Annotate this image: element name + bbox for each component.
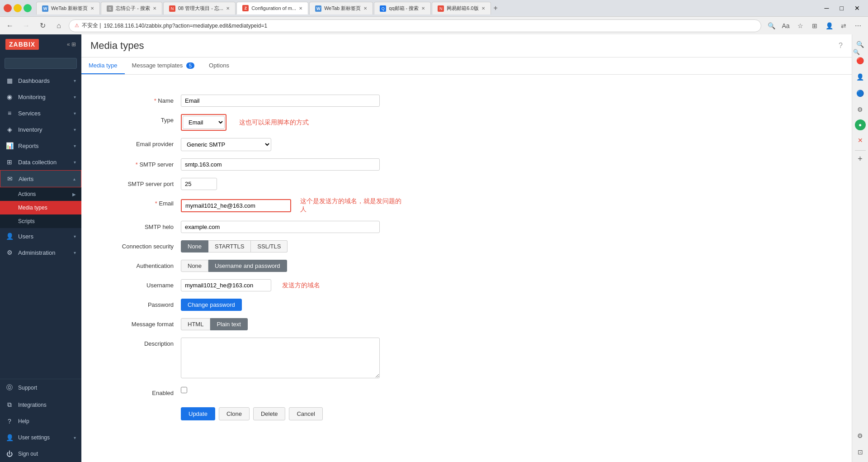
inventory-arrow-icon: ▾ [74,127,76,132]
tab-close-5[interactable]: ✕ [363,6,367,11]
smtp-port-input[interactable] [181,178,217,190]
sidebar-item-dashboards[interactable]: ▦ Dashboards ▾ [0,72,81,89]
tab-close-1[interactable]: ✕ [90,6,94,11]
authentication-none[interactable]: None [181,260,208,272]
delete-button[interactable]: Delete [253,407,286,420]
extensions-icon[interactable]: ⊞ [808,19,821,32]
browser-tab-7[interactable]: N 网易邮箱6.0版 ✕ [432,2,491,14]
connection-security-none[interactable]: None [181,240,208,252]
submenu-item-media-types[interactable]: Media types [0,201,81,214]
tab-message-templates[interactable]: Message templates 5 [125,57,202,74]
name-input[interactable] [181,95,380,107]
smtp-server-input[interactable] [181,158,380,171]
sidebar-item-administration[interactable]: ⚙ Administration ▾ [0,244,81,261]
authentication-control: None Username and password [181,260,407,272]
sidebar-item-alerts[interactable]: ✉ Alerts ▴ [0,170,81,187]
connection-security-starttls[interactable]: STARTTLS [208,240,251,252]
username-wrapper: 发送方的域名 [181,279,407,291]
cancel-button[interactable]: Cancel [289,407,322,420]
browser-tab-1[interactable]: W WeTab 新标签页 ✕ [36,2,100,14]
sidebar-item-help[interactable]: ? Help [0,413,81,429]
window-controls[interactable] [4,4,12,12]
right-panel-add-icon[interactable]: + [858,154,863,164]
sidebar-item-reports[interactable]: 📊 Reports ▾ [0,138,81,154]
tab-close-2[interactable]: ✕ [153,6,156,11]
close-button[interactable]: ✕ [850,5,864,12]
sidebar-collapse-icons[interactable]: « ⊞ [67,41,76,48]
sidebar-search: 🔍 [0,54,81,72]
window-max[interactable] [24,4,32,12]
smtp-helo-input[interactable] [181,221,380,233]
browser-tab-4[interactable]: Z Configuration of m... ✕ [236,2,308,14]
sidebar-item-services[interactable]: ≡ Services ▾ [0,105,81,121]
tab-close-7[interactable]: ✕ [481,6,485,11]
home-button[interactable]: ⌂ [52,19,65,32]
email-annotation: 这个是发送方的域名，就是发问题的人 [300,197,407,214]
tab-close-3[interactable]: ✕ [226,6,230,11]
right-panel-settings-icon[interactable]: ⚙ [854,103,867,116]
message-format-plain-text[interactable]: Plain text [210,318,247,330]
form-row-actions: Update Clone Delete Cancel [90,404,843,420]
search-icon[interactable]: 🔍 [765,19,778,32]
address-bar[interactable]: ⚠ 不安全 | 192.168.116.140/zabbix.php?actio… [69,19,761,32]
administration-arrow-icon: ▾ [74,250,76,255]
settings-icon[interactable]: ⋯ [852,19,864,32]
message-format-html[interactable]: HTML [181,318,210,330]
right-panel-resize-icon[interactable]: ⊡ [854,446,867,458]
forward-button[interactable]: → [20,19,33,32]
sidebar-item-data-collection[interactable]: ⊞ Data collection ▾ [0,154,81,170]
email-field-label: Email [90,197,181,207]
username-input[interactable] [181,279,271,291]
email-provider-select[interactable]: Generic SMTP Gmail Office365 [181,138,271,151]
tab-options[interactable]: Options [202,57,236,74]
monitoring-arrow-icon: ▾ [74,95,76,100]
right-panel-status-icon[interactable]: ● [855,119,866,130]
right-panel-info-icon[interactable]: 🔵 [854,87,867,100]
content-header: Media types ? [81,34,852,57]
sync-icon[interactable]: ⇄ [837,19,850,32]
browser-tab-3[interactable]: N 08 管理大项目 - 忘... ✕ [163,2,236,14]
submenu-item-actions[interactable]: Actions ▶ [0,187,81,201]
sidebar-label-alerts: Alerts [19,176,69,182]
right-panel-notification-icon[interactable]: 🔴 [854,54,867,67]
tab-media-type[interactable]: Media type [81,57,125,74]
right-panel-close-icon[interactable]: ✕ [854,134,867,147]
reload-button[interactable]: ↻ [36,19,49,32]
reader-icon[interactable]: Aa [779,19,792,32]
enabled-checkbox[interactable] [181,387,187,393]
update-button[interactable]: Update [181,407,215,420]
right-panel-user-icon[interactable]: 👤 [854,71,867,83]
type-select[interactable]: Email SMS Script Webhook [183,116,225,129]
new-tab-button[interactable]: + [494,4,498,12]
change-password-button[interactable]: Change password [181,299,242,311]
username-annotation: 发送方的域名 [282,281,320,290]
sidebar-item-users[interactable]: 👤 Users ▾ [0,228,81,244]
search-input[interactable] [5,58,77,69]
window-min[interactable] [14,4,22,12]
clone-button[interactable]: Clone [219,407,250,420]
authentication-username-password[interactable]: Username and password [208,260,287,272]
restore-button[interactable]: □ [835,5,848,12]
email-input[interactable] [182,200,290,211]
minimize-button[interactable]: ─ [820,5,834,12]
profile-icon[interactable]: 👤 [823,19,835,32]
help-icon-header[interactable]: ? [839,42,843,50]
submenu-item-scripts[interactable]: Scripts [0,214,81,228]
browser-tab-2[interactable]: S 忘情公子 - 搜索 ✕ [101,2,162,14]
browser-tab-6[interactable]: Q qq邮箱 - 搜索 ✕ [374,2,431,14]
sidebar-item-monitoring[interactable]: ◉ Monitoring ▾ [0,89,81,105]
bookmark-icon[interactable]: ☆ [794,19,807,32]
url-display: 不安全 | [82,22,101,29]
connection-security-ssltls[interactable]: SSL/TLS [251,240,288,252]
browser-tab-5[interactable]: W WeTab 新标签页 ✕ [309,2,373,14]
sidebar-item-sign-out[interactable]: ⏻ Sign out [0,446,81,462]
tab-close-6[interactable]: ✕ [421,6,425,11]
sidebar-item-integrations[interactable]: ⧉ Integrations [0,396,81,413]
tab-close-4[interactable]: ✕ [299,6,302,11]
sidebar-item-user-settings[interactable]: 👤 User settings ▾ [0,429,81,446]
sidebar-item-inventory[interactable]: ◈ Inventory ▾ [0,121,81,138]
description-textarea[interactable] [181,338,380,378]
back-button[interactable]: ← [4,19,16,32]
sidebar-item-support[interactable]: ⓪ Support [0,379,81,396]
right-panel-config-icon[interactable]: ⚙ [854,429,867,442]
